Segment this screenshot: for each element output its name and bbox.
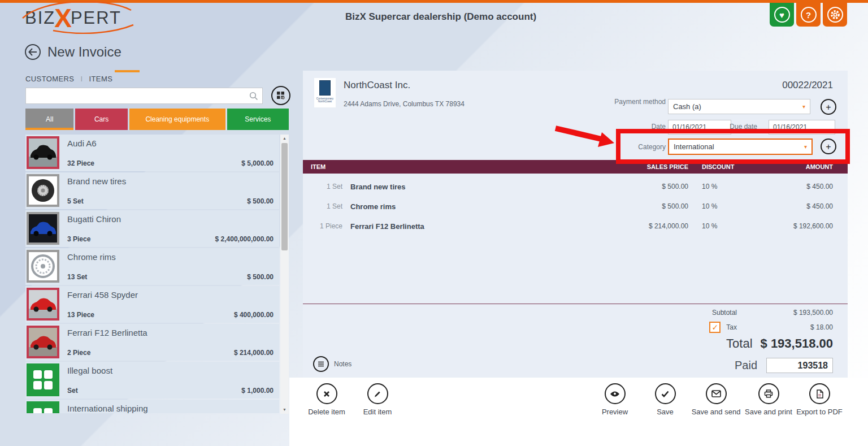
item-quantity: 13 Piece [67,311,94,319]
list-item-ferrari-f12[interactable]: Ferrari F12 Berlinetta 2 Piece $ 214,000… [25,324,279,361]
scroll-up-arrow[interactable]: ▲ [280,135,289,142]
item-list-scrollbar: ▲ ▼ [280,135,289,414]
paid-label: Paid [735,359,757,372]
item-name: Illegal boost [67,366,112,375]
row-sales-price: $ 500.00 [599,202,688,210]
paid-input[interactable] [766,358,833,373]
back-arrow-icon [28,48,37,56]
service-tile-icon [27,401,59,413]
payment-method-select[interactable]: Cash (a) ▾ [668,99,810,114]
filter-services-button[interactable]: Services [227,109,289,130]
item-name: Chrome rims [67,252,116,262]
back-button[interactable] [25,44,41,60]
total-label: Total [726,336,752,351]
car-photo-icon [27,136,59,169]
row-discount: 10 % [688,202,752,210]
edit-item-button[interactable]: Edit item [349,383,406,416]
page-title: New Invoice [47,44,121,60]
add-new-item-button[interactable] [271,86,290,105]
logo-text-right: PERT [71,8,121,28]
account-title: BizX Supercar dealership (Demo account) [283,11,599,23]
row-quantity: 1 Piece [303,222,342,230]
save-and-print-label: Save and print [745,408,792,416]
car-photo-icon [27,288,59,321]
item-quantity: 5 Set [67,197,84,205]
tax-checkbox[interactable]: ✓ [709,322,721,333]
sidebar-tabs: CUSTOMERS I ITEMS [25,75,112,83]
list-item-chrome-rims[interactable]: Chrome rims 13 Set $ 500.00 [25,248,279,285]
printer-icon [758,383,779,404]
rim-photo-icon [27,250,59,283]
invoice-row-brand-new-tires[interactable]: 1 Set Brand new tires $ 500.00 10 % $ 45… [303,178,848,195]
filter-all-button[interactable]: All [25,109,73,130]
item-name: Ferrari 458 Spyder [67,290,138,300]
list-item-ferrari-458[interactable]: Ferrari 458 Spyder 13 Piece $ 400,000.00 [25,286,279,323]
pencil-icon [367,383,388,404]
row-amount: $ 450.00 [752,202,848,210]
chevron-down-icon: ▾ [804,144,807,150]
preview-button[interactable]: Preview [587,383,643,416]
list-item-bugatti-chiron[interactable]: Bugatti Chiron 3 Piece $ 2,400,000,000.0… [25,210,279,247]
scrollbar-thumb[interactable] [281,143,288,250]
item-list: Audi A6 32 Piece $ 5,000.00 Brand new ti… [25,135,279,413]
subtotal-label: Subtotal [635,309,760,317]
add-category-button[interactable]: + [821,138,836,154]
list-item-brand-new-tires[interactable]: Brand new tires 5 Set $ 500.00 [25,172,279,209]
favorites-button[interactable]: ♥ [770,3,794,27]
column-header-sales-price: SALES PRICE [599,163,688,170]
filter-cleaning-button[interactable]: Cleaning equipments [129,109,225,130]
active-tab-indicator [115,70,140,72]
tire-photo-icon [27,174,59,207]
column-header-discount: DISCOUNT [688,163,752,170]
subtotal-row: Subtotal $ 193,500.00 [635,309,833,317]
scroll-down-arrow[interactable]: ▼ [280,406,289,414]
save-and-send-label: Save and send [692,408,741,416]
invoice-row-ferrari-f12[interactable]: 1 Piece Ferrari F12 Berlinetta $ 214,000… [303,218,848,235]
list-item-international-shipping[interactable]: International shipping [25,400,279,413]
customer-address: 2444 Adams Drive, Columbus TX 78934 [344,100,465,108]
row-item-name: Brand new tires [342,183,599,191]
check-icon [655,383,676,404]
item-price: $ 500.00 [247,197,274,205]
delete-item-label: Delete item [308,408,345,416]
app-window: BIZXPERT BizX Supercar dealership (Demo … [0,0,868,446]
preview-label: Preview [602,408,628,416]
delete-item-button[interactable]: Delete item [298,383,355,416]
edit-item-label: Edit item [363,408,392,416]
save-and-send-button[interactable]: Save and send [688,383,744,416]
filter-cars-button[interactable]: Cars [75,109,127,130]
tax-label: Tax [726,323,737,331]
search-icon [249,92,258,101]
add-payment-method-button[interactable]: + [821,99,836,115]
row-item-name: Ferrari F12 Berlinetta [342,222,599,231]
item-name: Bugatti Chiron [67,214,121,224]
list-item-audi-a6[interactable]: Audi A6 32 Piece $ 5,000.00 [25,135,279,171]
item-name: Audi A6 [67,138,97,148]
invoice-table-header: ITEM SALES PRICE DISCOUNT AMOUNT [303,160,848,174]
column-header-amount: AMOUNT [752,163,848,170]
export-to-pdf-button[interactable]: Export to PDF [791,383,848,416]
tab-customers[interactable]: CUSTOMERS [25,75,74,83]
total-row: Total $ 193,518.00 [726,336,833,351]
customer-logo-caption: NorthCoast [318,100,332,103]
invoice-row-chrome-rims[interactable]: 1 Set Chrome rims $ 500.00 10 % $ 450.00 [303,198,848,215]
category-select[interactable]: International ▾ [668,138,813,155]
search-input[interactable] [26,88,262,103]
due-date-label: Due date [712,123,757,131]
settings-button[interactable] [823,3,847,27]
category-label: Category [585,143,666,151]
save-and-print-button[interactable]: Save and print [740,383,797,416]
help-button[interactable]: ? [796,3,821,27]
notes-button[interactable]: Notes [313,356,351,372]
tab-items[interactable]: ITEMS [89,75,112,83]
item-name: Ferrari F12 Berlinetta [67,328,147,337]
payment-method-value: Cash (a) [673,102,701,111]
item-price: $ 2,400,000,000.00 [215,235,274,243]
row-sales-price: $ 500.00 [599,183,688,190]
column-header-item: ITEM [303,163,599,170]
row-quantity: 1 Set [303,183,342,190]
car-photo-icon [27,326,59,358]
save-button[interactable]: Save [637,383,693,416]
due-date-input[interactable] [769,120,835,135]
list-item-illegal-boost[interactable]: Illegal boost Set $ 1,000.00 [25,362,279,399]
